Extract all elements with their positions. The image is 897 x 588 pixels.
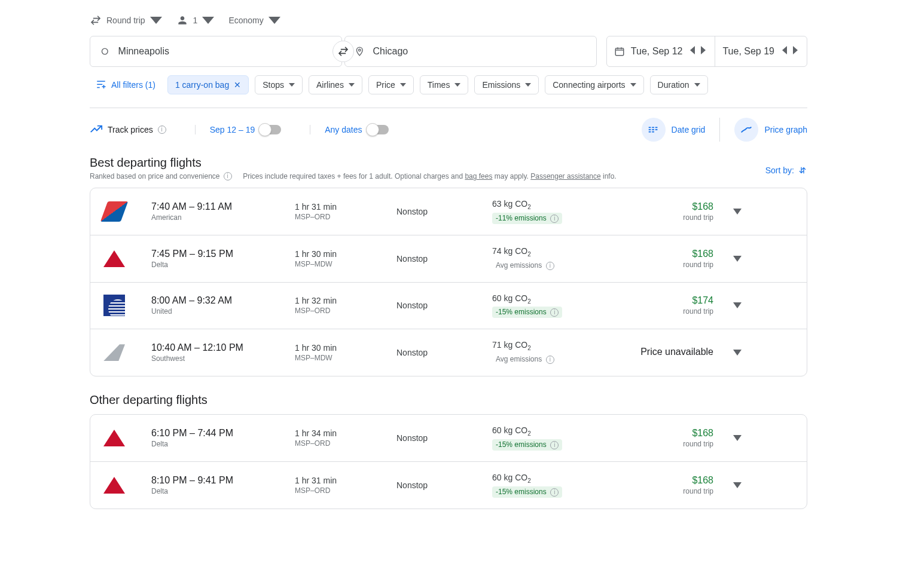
flight-stops: Nonstop <box>396 207 480 216</box>
return-prev-button[interactable] <box>780 45 789 58</box>
destination-input-container[interactable] <box>344 36 597 67</box>
expand-button[interactable] <box>725 480 749 490</box>
united-logo-icon <box>103 295 125 316</box>
svg-rect-4 <box>652 127 654 128</box>
passenger-assistance-link[interactable]: Passenger assistance <box>530 172 600 180</box>
info-icon[interactable]: i <box>224 172 232 180</box>
delta-logo-icon <box>103 477 125 494</box>
return-next-button[interactable] <box>791 45 800 58</box>
return-date-input[interactable]: Tue, Sep 19 <box>715 36 807 66</box>
flight-row[interactable]: 7:40 AM – 9:11 AM American 1 hr 31 min M… <box>90 188 807 235</box>
expand-button[interactable] <box>725 433 749 443</box>
chevron-down-icon <box>454 82 460 88</box>
sort-by-button[interactable]: Sort by: <box>765 166 807 175</box>
info-icon[interactable]: i <box>546 262 554 270</box>
filter-pill-stops[interactable]: Stops <box>255 75 303 94</box>
chevron-down-icon <box>733 435 742 441</box>
best-flights-list: 7:40 AM – 9:11 AM American 1 hr 31 min M… <box>90 188 807 376</box>
expand-button[interactable] <box>725 301 749 310</box>
chevron-down-icon <box>694 82 700 88</box>
best-section-title: Best departing flights <box>90 156 617 170</box>
depart-date-label: Tue, Sep 12 <box>631 46 683 57</box>
origin-input[interactable] <box>118 46 332 57</box>
depart-next-button[interactable] <box>699 45 707 58</box>
passengers-dropdown[interactable]: 1 <box>176 14 215 26</box>
destination-input[interactable] <box>373 46 587 57</box>
expand-button[interactable] <box>725 254 749 264</box>
airline-name: Southwest <box>151 354 283 363</box>
flight-row[interactable]: 8:10 PM – 9:41 PM Delta 1 hr 31 min MSP–… <box>90 461 807 509</box>
trend-icon <box>90 123 103 136</box>
filter-pill-connecting-airports[interactable]: Connecting airports <box>545 75 643 94</box>
airline-name: United <box>151 307 283 316</box>
date-grid-button[interactable]: Date grid <box>627 118 706 142</box>
delta-logo-icon <box>103 430 125 446</box>
flight-row[interactable]: 8:00 AM – 9:32 AM United 1 hr 32 min MSP… <box>90 282 807 329</box>
svg-rect-5 <box>655 127 657 128</box>
info-icon[interactable]: i <box>550 441 559 449</box>
track-dates-toggle[interactable] <box>260 125 281 134</box>
flight-row[interactable]: 7:45 PM – 9:15 PM Delta 1 hr 30 min MSP–… <box>90 235 807 282</box>
svg-point-1 <box>358 49 360 51</box>
price-sub: round trip <box>636 307 713 316</box>
chevron-down-icon <box>630 82 636 88</box>
other-flights-list: 6:10 PM – 7:44 PM Delta 1 hr 34 min MSP–… <box>90 414 807 509</box>
info-icon[interactable]: i <box>550 488 559 497</box>
filter-pill-price[interactable]: Price <box>368 75 414 94</box>
flight-duration: 1 hr 31 min <box>295 202 385 212</box>
flight-airports: MSP–ORD <box>295 213 385 221</box>
trip-type-label: Round trip <box>106 16 145 25</box>
trip-type-dropdown[interactable]: Round trip <box>90 14 162 26</box>
active-filter-pill[interactable]: 1 carry-on bag ✕ <box>167 75 249 94</box>
track-prices-section: Track prices i <box>90 123 181 136</box>
emissions-badge: -11% emissions i <box>492 213 562 224</box>
sort-icon <box>798 166 807 175</box>
price-sub: round trip <box>636 261 713 269</box>
svg-rect-10 <box>652 131 654 133</box>
flight-emissions: 60 kg CO2 <box>492 293 624 305</box>
depart-date-input[interactable]: Tue, Sep 12 <box>607 36 715 66</box>
pin-icon <box>355 46 365 57</box>
info-icon[interactable]: i <box>546 356 554 364</box>
close-icon[interactable]: ✕ <box>234 80 241 90</box>
flight-price: $174 <box>636 295 713 306</box>
aa-logo-icon <box>100 201 128 222</box>
info-icon[interactable]: i <box>550 308 559 317</box>
expand-button[interactable] <box>725 348 749 357</box>
bag-fees-link[interactable]: bag fees <box>465 172 492 180</box>
any-dates-label[interactable]: Any dates <box>325 125 362 134</box>
flight-airports: MSP–MDW <box>295 354 385 362</box>
filter-pill-times[interactable]: Times <box>420 75 469 94</box>
flight-airports: MSP–MDW <box>295 260 385 268</box>
emissions-badge: Avg emissions i <box>492 260 558 271</box>
cabin-class-label: Economy <box>228 16 263 25</box>
price-sub: round trip <box>636 213 713 222</box>
airline-name: American <box>151 213 283 222</box>
flight-duration: 1 hr 32 min <box>295 296 385 305</box>
swap-button[interactable] <box>332 41 354 62</box>
flight-times: 10:40 AM – 12:10 PM <box>151 342 283 353</box>
all-filters-button[interactable]: All filters (1) <box>90 76 161 94</box>
flight-airports: MSP–ORD <box>295 439 385 448</box>
expand-button[interactable] <box>725 207 749 216</box>
price-graph-label: Price graph <box>764 125 807 134</box>
depart-prev-button[interactable] <box>688 45 697 58</box>
filter-pill-airlines[interactable]: Airlines <box>309 75 362 94</box>
search-inputs <box>90 36 597 67</box>
price-graph-button[interactable]: Price graph <box>719 118 807 142</box>
return-date-label: Tue, Sep 19 <box>722 46 774 57</box>
info-icon[interactable]: i <box>158 125 166 134</box>
other-section-title: Other departing flights <box>90 393 807 407</box>
flight-row[interactable]: 10:40 AM – 12:10 PM Southwest 1 hr 30 mi… <box>90 329 807 376</box>
filter-pill-emissions[interactable]: Emissions <box>474 75 539 94</box>
info-icon[interactable]: i <box>550 215 559 223</box>
origin-input-container[interactable] <box>90 36 342 67</box>
any-dates-toggle[interactable] <box>367 125 389 134</box>
cabin-class-dropdown[interactable]: Economy <box>228 14 280 26</box>
circle-icon <box>100 46 110 57</box>
chevron-down-icon <box>733 302 742 308</box>
svg-rect-8 <box>655 129 657 130</box>
flight-row[interactable]: 6:10 PM – 7:44 PM Delta 1 hr 34 min MSP–… <box>90 415 807 461</box>
filter-pill-duration[interactable]: Duration <box>650 75 708 94</box>
track-date-range[interactable]: Sep 12 – 19 <box>210 125 255 134</box>
